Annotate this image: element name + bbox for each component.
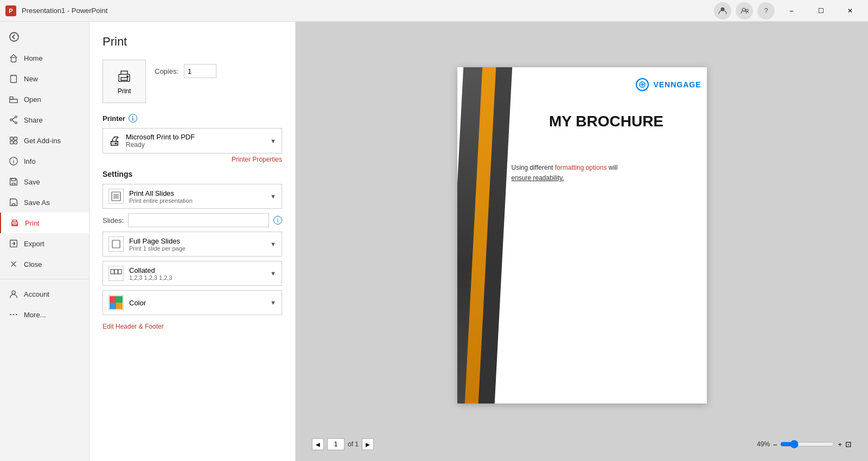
printer-status: Ready bbox=[126, 141, 265, 149]
logo-circle bbox=[636, 78, 649, 91]
color-text: Color bbox=[129, 299, 265, 307]
color-dropdown[interactable]: Color ▼ bbox=[103, 290, 282, 315]
sidebar-item-more[interactable]: More... bbox=[0, 304, 89, 325]
svg-point-23 bbox=[13, 314, 15, 316]
svg-rect-33 bbox=[111, 270, 114, 274]
close-button[interactable]: ✕ bbox=[838, 2, 863, 20]
brochure-content: VENNGAGE MY BROCHURE Using different for… bbox=[512, 78, 701, 183]
print-range-arrow: ▼ bbox=[270, 193, 276, 200]
collation-text: Collated 1,2,3 1,2,3 1,2,3 bbox=[129, 266, 265, 281]
brochure-title: MY BROCHURE bbox=[512, 113, 701, 130]
svg-point-21 bbox=[12, 291, 15, 294]
print-range-text: Print All Slides Print entire presentati… bbox=[129, 189, 265, 204]
print-range-icon bbox=[108, 189, 124, 204]
sidebar-item-save-as[interactable]: Save As bbox=[0, 192, 89, 213]
sidebar-item-close[interactable]: Close bbox=[0, 254, 89, 274]
sidebar-item-save[interactable]: Save bbox=[0, 171, 89, 192]
sidebar: Home New Open Share bbox=[0, 22, 90, 461]
svg-point-24 bbox=[16, 314, 17, 316]
color-icon bbox=[108, 295, 124, 310]
printer-section-title: Printer i bbox=[103, 114, 282, 123]
print-title: Print bbox=[103, 35, 282, 49]
copies-label: Copies: bbox=[155, 67, 178, 75]
svg-point-7 bbox=[10, 119, 12, 121]
next-page-button[interactable]: ▶ bbox=[362, 438, 374, 450]
page-of-label: of 1 bbox=[348, 440, 359, 448]
zoom-in-icon[interactable]: + bbox=[838, 440, 842, 449]
copies-area: Copies: bbox=[155, 64, 216, 78]
slides-input[interactable] bbox=[128, 213, 269, 227]
svg-rect-34 bbox=[114, 270, 118, 274]
print-panel: Print Print Copies: Printer i 🖨 bbox=[90, 22, 296, 461]
zoom-area: 49% – + ⊡ bbox=[757, 440, 852, 449]
layout-icon bbox=[108, 236, 124, 252]
svg-rect-19 bbox=[12, 224, 16, 226]
user-icon[interactable] bbox=[714, 2, 731, 20]
svg-rect-10 bbox=[10, 137, 13, 140]
color-arrow: ▼ bbox=[270, 299, 276, 306]
settings-title: Settings bbox=[103, 170, 282, 178]
svg-rect-26 bbox=[121, 78, 127, 80]
sidebar-item-info[interactable]: Info bbox=[0, 151, 89, 171]
back-button[interactable] bbox=[0, 26, 89, 48]
zoom-fit-button[interactable]: ⊡ bbox=[845, 440, 852, 449]
svg-rect-6 bbox=[10, 97, 13, 100]
layout-dropdown[interactable]: Full Page Slides Print 1 slide per page … bbox=[103, 232, 282, 257]
window-controls: ? – ☐ ✕ bbox=[714, 2, 863, 20]
sidebar-item-open[interactable]: Open bbox=[0, 89, 89, 110]
svg-point-9 bbox=[15, 122, 17, 124]
zoom-out-icon[interactable]: – bbox=[773, 440, 777, 449]
sidebar-item-home[interactable]: Home bbox=[0, 48, 89, 68]
printer-name: Microsoft Print to PDF bbox=[126, 133, 265, 141]
sidebar-divider bbox=[0, 279, 89, 279]
svg-rect-5 bbox=[11, 75, 17, 83]
layout-text: Full Page Slides Print 1 slide per page bbox=[129, 237, 265, 252]
printer-properties-link[interactable]: Printer Properties bbox=[103, 156, 282, 163]
svg-rect-35 bbox=[118, 270, 122, 274]
sidebar-item-export[interactable]: Export bbox=[0, 233, 89, 254]
minimize-button[interactable]: – bbox=[779, 2, 804, 20]
sidebar-item-account[interactable]: Account bbox=[0, 284, 89, 304]
collation-icon bbox=[108, 266, 124, 281]
sidebar-item-print[interactable]: Print bbox=[0, 213, 89, 233]
svg-point-3 bbox=[10, 33, 18, 41]
sidebar-item-share[interactable]: Share bbox=[0, 110, 89, 130]
svg-rect-4 bbox=[11, 57, 16, 62]
edit-header-footer-link[interactable]: Edit Header & Footer bbox=[103, 323, 164, 330]
preview-nav: ◀ of 1 ▶ 49% – + ⊡ bbox=[307, 438, 857, 450]
page-number-input[interactable] bbox=[327, 438, 344, 450]
app-title: Presentation1 - PowerPoint bbox=[22, 7, 714, 15]
slides-info-icon[interactable]: i bbox=[273, 216, 282, 225]
printer-info: Microsoft Print to PDF Ready bbox=[126, 133, 265, 149]
logo-text: VENNGAGE bbox=[653, 80, 701, 89]
slides-label: Slides: bbox=[103, 216, 124, 225]
slides-row: Slides: i bbox=[103, 213, 282, 227]
sidebar-item-new[interactable]: New bbox=[0, 68, 89, 89]
slide-card: VENNGAGE MY BROCHURE Using different for… bbox=[457, 67, 707, 404]
printer-dropdown[interactable]: 🖨 Microsoft Print to PDF Ready ▼ bbox=[103, 128, 282, 153]
svg-rect-11 bbox=[14, 137, 17, 140]
collation-dropdown[interactable]: Collated 1,2,3 1,2,3 1,2,3 ▼ bbox=[103, 261, 282, 286]
brochure-body: Using different formatting options will … bbox=[512, 163, 701, 183]
zoom-slider[interactable] bbox=[780, 440, 834, 449]
svg-point-27 bbox=[127, 76, 128, 77]
print-button[interactable]: Print bbox=[103, 60, 146, 103]
printer-icon: 🖨 bbox=[108, 134, 120, 148]
copies-input[interactable] bbox=[184, 64, 216, 78]
svg-rect-12 bbox=[10, 141, 13, 144]
print-range-dropdown[interactable]: Print All Slides Print entire presentati… bbox=[103, 184, 282, 209]
svg-rect-16 bbox=[11, 178, 15, 181]
prev-page-button[interactable]: ◀ bbox=[312, 438, 324, 450]
svg-point-8 bbox=[15, 116, 17, 118]
app-logo: P bbox=[5, 5, 16, 16]
sidebar-item-addins[interactable]: Get Add-ins bbox=[0, 130, 89, 151]
svg-point-22 bbox=[10, 314, 11, 316]
print-action-area: Print Copies: bbox=[103, 60, 282, 103]
printer-info-icon[interactable]: i bbox=[129, 114, 137, 123]
main-container: Home New Open Share bbox=[0, 22, 868, 461]
page-navigation: ◀ of 1 ▶ bbox=[312, 438, 374, 450]
search-people-icon[interactable] bbox=[736, 2, 753, 20]
help-icon[interactable]: ? bbox=[757, 2, 775, 20]
slide-preview: VENNGAGE MY BROCHURE Using different for… bbox=[307, 33, 857, 438]
maximize-button[interactable]: ☐ bbox=[808, 2, 833, 20]
